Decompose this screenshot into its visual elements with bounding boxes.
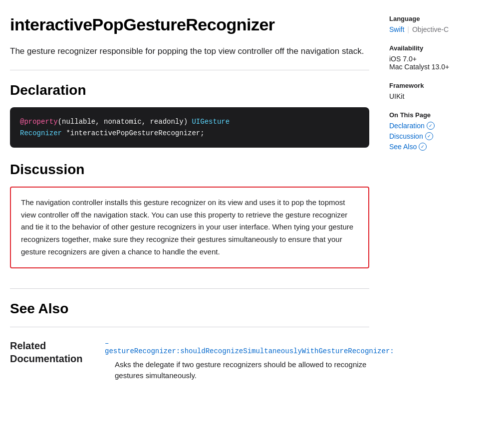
sidebar-framework-label: Framework (389, 82, 489, 89)
sidebar-availability-label: Availability (389, 44, 489, 52)
divider-3 (10, 327, 369, 327)
dash-prefix: – (105, 339, 109, 347)
declaration-section: Declaration @property(nullable, nonatomi… (10, 82, 369, 148)
on-this-page-link-discussion[interactable]: Discussion ✓ (389, 132, 489, 140)
circle-check-icon-discussion: ✓ (425, 132, 433, 140)
divider-2 (10, 288, 369, 289)
sidebar-availability-mac: Mac Catalyst 13.0+ (389, 63, 489, 71)
lang-switcher: Swift | Objective-C (389, 25, 489, 33)
related-docs-section: Related Documentation – gestureRecognize… (10, 339, 369, 382)
discussion-heading: Discussion (10, 162, 369, 178)
code-plain-1: (nullable, nonatomic, readonly) (58, 118, 192, 126)
sidebar-declaration-label: Declaration (389, 122, 425, 130)
main-content: interactivePopGestureRecognizer The gest… (10, 15, 389, 382)
see-also-section: See Also (10, 301, 369, 317)
sidebar-see-also-label: See Also (389, 143, 417, 151)
sidebar: Language Swift | Objective-C Availabilit… (389, 15, 489, 382)
related-docs-label: Related Documentation (10, 339, 90, 382)
related-docs-desc: Asks the delegate if two gesture recogni… (105, 359, 394, 382)
circle-check-icon-declaration: ✓ (427, 122, 435, 130)
related-docs-grid: Related Documentation – gestureRecognize… (10, 339, 369, 382)
code-line-1: @property(nullable, nonatomic, readonly)… (20, 116, 359, 127)
divider-1 (10, 70, 369, 70)
code-line-2: Recognizer *interactivePopGestureRecogni… (20, 128, 359, 139)
sidebar-framework-section: Framework UIKit (389, 82, 489, 100)
code-block: @property(nullable, nonatomic, readonly)… (10, 107, 369, 148)
see-also-heading: See Also (10, 301, 369, 317)
circle-check-icon-see-also: ✓ (419, 143, 427, 151)
discussion-box: The navigation controller installs this … (10, 187, 369, 268)
declaration-heading: Declaration (10, 82, 369, 98)
sidebar-language-section: Language Swift | Objective-C (389, 15, 489, 33)
on-this-page-link-declaration[interactable]: Declaration ✓ (389, 122, 489, 130)
page-description: The gesture recognizer responsible for p… (10, 44, 369, 58)
sidebar-on-this-page-section: On This Page Declaration ✓ Discussion ✓ … (389, 111, 489, 151)
code-keyword-property: @property (20, 118, 58, 126)
sidebar-availability-ios: iOS 7.0+ (389, 55, 489, 63)
sidebar-on-this-page-label: On This Page (389, 111, 489, 119)
related-docs-link[interactable]: – gestureRecognizer:shouldRecognizeSimul… (105, 339, 394, 355)
code-type-2: Recognizer (20, 129, 62, 137)
page-layout: interactivePopGestureRecognizer The gest… (0, 0, 504, 402)
code-plain-2: *interactivePopGestureRecognizer; (62, 129, 205, 137)
discussion-section: Discussion The navigation controller ins… (10, 162, 369, 268)
sidebar-framework-value: UIKit (389, 92, 489, 100)
page-title: interactivePopGestureRecognizer (10, 15, 369, 34)
sidebar-availability-section: Availability iOS 7.0+ Mac Catalyst 13.0+ (389, 44, 489, 71)
lang-separator: | (407, 25, 409, 33)
lang-swift[interactable]: Swift (389, 25, 404, 33)
sidebar-language-label: Language (389, 15, 489, 22)
discussion-text: The navigation controller installs this … (21, 197, 358, 258)
lang-objc[interactable]: Objective-C (412, 25, 449, 33)
on-this-page-link-see-also[interactable]: See Also ✓ (389, 143, 489, 151)
related-docs-content: – gestureRecognizer:shouldRecognizeSimul… (105, 339, 394, 382)
code-type-1: UIGesture (192, 118, 230, 126)
sidebar-discussion-label: Discussion (389, 132, 423, 140)
link-text: gestureRecognizer:shouldRecognizeSimulta… (105, 347, 394, 355)
